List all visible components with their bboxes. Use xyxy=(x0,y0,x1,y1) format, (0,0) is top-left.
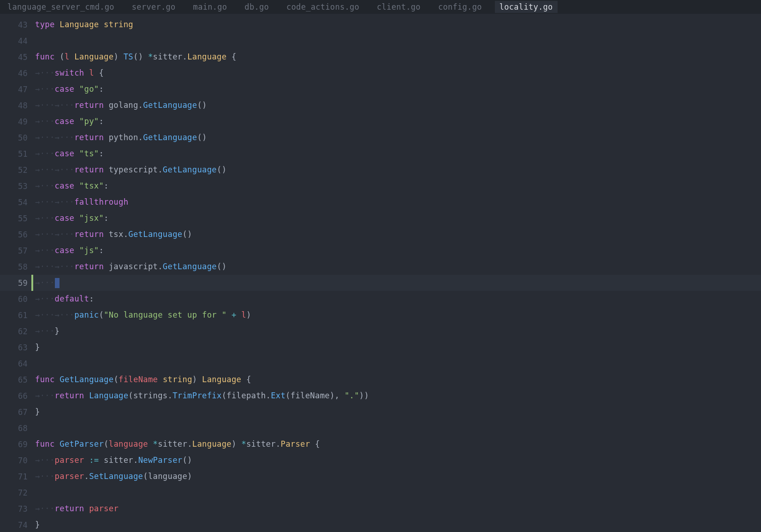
line-number: 66 xyxy=(0,391,31,401)
code-line[interactable]: 55→···case "jsx": xyxy=(0,210,761,226)
tab-main-go[interactable]: main.go xyxy=(189,1,232,13)
tab-locality-go[interactable]: locality.go xyxy=(495,1,558,13)
code-line[interactable]: 43type Language string xyxy=(0,17,761,33)
code-content[interactable]: →···switch l { xyxy=(35,65,104,81)
token-kw: case xyxy=(55,113,75,130)
code-line[interactable]: 54→···→···fallthrough xyxy=(0,194,761,210)
code-content[interactable]: →···parser.SetLanguage(language) xyxy=(35,468,192,485)
code-line[interactable]: 46→···switch l { xyxy=(0,65,761,81)
code-line[interactable]: 73→···return parser xyxy=(0,501,761,517)
line-number: 48 xyxy=(0,101,31,110)
code-content[interactable]: } xyxy=(35,517,40,532)
token-cy: := xyxy=(89,452,99,468)
code-content[interactable]: →···case "ts": xyxy=(35,146,104,162)
code-line[interactable]: 50→···→···return python.GetLanguage() xyxy=(0,130,761,146)
code-line[interactable]: 51→···case "ts": xyxy=(0,146,761,162)
code-line[interactable]: 44 xyxy=(0,33,761,49)
token-kw: case xyxy=(55,146,75,162)
token-red: parser xyxy=(89,501,119,517)
token-pl xyxy=(226,307,232,323)
code-content[interactable]: func (l Language) TS() *sitter.Language … xyxy=(35,49,237,65)
code-line[interactable]: 68 xyxy=(0,420,761,436)
code-content[interactable]: →···→···fallthrough xyxy=(35,194,128,210)
code-content[interactable]: type Language string xyxy=(35,17,133,33)
token-pl: : xyxy=(99,146,104,162)
token-fn: Ext xyxy=(271,388,285,404)
code-content[interactable]: →···→···return tsx.GetLanguage() xyxy=(35,226,192,242)
token-pl: ( xyxy=(55,49,65,65)
code-line[interactable]: 57→···case "js": xyxy=(0,242,761,259)
code-line[interactable]: 53→···case "tsx": xyxy=(0,178,761,194)
code-line[interactable]: 74} xyxy=(0,517,761,532)
code-content[interactable]: →···case "go": xyxy=(35,81,104,97)
code-content[interactable]: →···} xyxy=(35,323,59,339)
code-content[interactable]: →···→···return python.GetLanguage() xyxy=(35,130,207,146)
code-line[interactable]: 72 xyxy=(0,485,761,501)
code-content[interactable]: →···→···panic("No language set up for " … xyxy=(35,307,251,323)
code-line[interactable]: 59→··· xyxy=(0,275,761,291)
token-pl: )) xyxy=(359,388,369,404)
tab-code_actions-go[interactable]: code_actions.go xyxy=(282,1,364,13)
code-content[interactable]: →···return Language(strings.TrimPrefix(f… xyxy=(35,388,369,404)
code-line[interactable]: 69func GetParser(language *sitter.Langua… xyxy=(0,436,761,452)
code-content[interactable]: } xyxy=(35,404,40,420)
token-fn: GetLanguage xyxy=(163,162,217,178)
code-content[interactable]: →···→···return golang.GetLanguage() xyxy=(35,97,207,113)
code-content[interactable]: →···case "js": xyxy=(35,242,104,259)
code-content[interactable]: →···→···return javascript.GetLanguage() xyxy=(35,259,226,275)
tab-client-go[interactable]: client.go xyxy=(372,1,425,13)
code-content[interactable]: } xyxy=(35,339,40,355)
tab-config-go[interactable]: config.go xyxy=(434,1,487,13)
code-content[interactable]: func GetLanguage(fileName string) Langua… xyxy=(35,372,251,388)
code-content[interactable]: →···return parser xyxy=(35,501,119,517)
code-content[interactable]: →··· xyxy=(35,275,59,291)
token-pl xyxy=(158,372,163,388)
code-line[interactable]: 64 xyxy=(0,355,761,372)
code-line[interactable]: 71→···parser.SetLanguage(language) xyxy=(0,468,761,485)
token-pl xyxy=(148,436,153,452)
token-pl: (filepath. xyxy=(222,388,271,404)
code-content[interactable]: →···→···return typescript.GetLanguage() xyxy=(35,162,226,178)
code-line[interactable]: 48→···→···return golang.GetLanguage() xyxy=(0,97,761,113)
token-pl: { xyxy=(226,49,236,65)
code-line[interactable]: 47→···case "go": xyxy=(0,81,761,97)
code-line[interactable]: 63} xyxy=(0,339,761,355)
code-line[interactable]: 45func (l Language) TS() *sitter.Languag… xyxy=(0,49,761,65)
code-line[interactable]: 66→···return Language(strings.TrimPrefix… xyxy=(0,388,761,404)
tab-server-go[interactable]: server.go xyxy=(127,1,180,13)
diff-marker xyxy=(31,194,33,210)
code-line[interactable]: 52→···→···return typescript.GetLanguage(… xyxy=(0,162,761,178)
code-editor[interactable]: 43type Language string4445func (l Langua… xyxy=(0,14,761,532)
token-gr: "tsx" xyxy=(79,178,104,194)
code-content[interactable]: →···case "jsx": xyxy=(35,210,109,226)
code-line[interactable]: 65func GetLanguage(fileName string) Lang… xyxy=(0,372,761,388)
token-fn: panic xyxy=(74,307,99,323)
tab-language_server_cmd-go[interactable]: language_server_cmd.go xyxy=(3,1,119,13)
code-line[interactable]: 67} xyxy=(0,404,761,420)
token-kw: switch xyxy=(55,65,84,81)
token-pl: ( xyxy=(99,307,104,323)
code-line[interactable]: 58→···→···return javascript.GetLanguage(… xyxy=(0,259,761,275)
diff-marker xyxy=(31,517,33,532)
token-pl: () xyxy=(133,49,148,65)
line-number: 73 xyxy=(0,504,31,514)
code-line[interactable]: 49→···case "py": xyxy=(0,113,761,130)
code-line[interactable]: 61→···→···panic("No language set up for … xyxy=(0,307,761,323)
code-line[interactable]: 56→···→···return tsx.GetLanguage() xyxy=(0,226,761,242)
code-line[interactable]: 60→···default: xyxy=(0,291,761,307)
code-content[interactable]: →···default: xyxy=(35,291,94,307)
code-content[interactable]: →···parser := sitter.NewParser() xyxy=(35,452,192,468)
code-line[interactable]: 70→···parser := sitter.NewParser() xyxy=(0,452,761,468)
token-fn: SetLanguage xyxy=(89,468,143,485)
cursor-icon xyxy=(55,278,59,288)
tab-db-go[interactable]: db.go xyxy=(240,1,273,13)
code-content[interactable]: →···case "py": xyxy=(35,113,104,130)
code-line[interactable]: 62→···} xyxy=(0,323,761,339)
token-pl: { xyxy=(94,65,104,81)
diff-marker xyxy=(31,275,33,291)
token-pl xyxy=(74,242,79,259)
code-content[interactable]: →···case "tsx": xyxy=(35,178,109,194)
whitespace-indent-icon: →··· xyxy=(35,97,55,113)
code-content[interactable]: func GetParser(language *sitter.Language… xyxy=(35,436,320,452)
token-pl: () xyxy=(197,97,207,113)
